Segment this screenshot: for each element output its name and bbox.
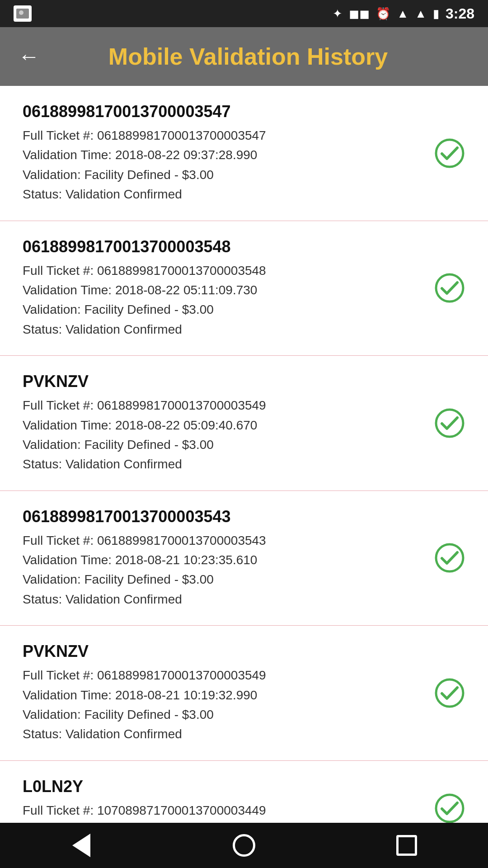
validation-status-icon xyxy=(434,407,465,439)
svg-point-2 xyxy=(436,410,463,437)
item-detail: Full Ticket #: 061889981700013700003547V… xyxy=(23,126,425,204)
list-item[interactable]: PVKNZV Full Ticket #: 061889981700013700… xyxy=(0,356,488,491)
battery-icon: ▮ xyxy=(433,7,439,21)
vibrate-icon: ◼◼ xyxy=(349,6,370,21)
item-title: 06188998170013700003548 xyxy=(23,237,425,256)
list-item[interactable]: L0LN2Y Full Ticket #: 107089871700013700… xyxy=(0,761,488,823)
validation-status-icon xyxy=(434,793,465,823)
svg-point-5 xyxy=(436,795,463,822)
svg-point-1 xyxy=(436,274,463,302)
svg-point-0 xyxy=(436,140,463,167)
item-title: PVKNZV xyxy=(23,642,425,661)
page-title: Mobile Validation History xyxy=(53,43,470,70)
status-bar-left xyxy=(14,5,32,22)
validation-status-icon xyxy=(434,137,465,169)
list-item-info: PVKNZV Full Ticket #: 061889981700013700… xyxy=(23,372,425,474)
validation-status-icon xyxy=(434,542,465,574)
svg-point-3 xyxy=(436,544,463,571)
bluetooth-icon: ✦ xyxy=(333,7,343,21)
app-header: ← Mobile Validation History xyxy=(0,27,488,86)
bottom-navigation xyxy=(0,823,488,868)
status-bar: ✦ ◼◼ ⏰ ▲ ▲ ▮ 3:28 xyxy=(0,0,488,27)
list-item[interactable]: 06188998170013700003548 Full Ticket #: 0… xyxy=(0,221,488,356)
home-circle-icon xyxy=(233,834,255,857)
wifi-icon: ▲ xyxy=(397,7,408,21)
validation-status-icon xyxy=(434,677,465,709)
item-detail: Full Ticket #: 061889981700013700003549V… xyxy=(23,396,425,474)
alarm-icon: ⏰ xyxy=(376,7,390,21)
nav-recents-button[interactable] xyxy=(389,827,425,863)
list-item[interactable]: 06188998170013700003547 Full Ticket #: 0… xyxy=(0,86,488,221)
validation-status-icon xyxy=(434,272,465,304)
item-detail: Full Ticket #: 061889981700013700003543V… xyxy=(23,531,425,609)
list-item-info: PVKNZV Full Ticket #: 061889981700013700… xyxy=(23,642,425,744)
photo-icon xyxy=(14,5,32,22)
status-bar-right: ✦ ◼◼ ⏰ ▲ ▲ ▮ 3:28 xyxy=(333,5,474,22)
signal-icon: ▲ xyxy=(415,7,427,21)
validation-history-list: 06188998170013700003547 Full Ticket #: 0… xyxy=(0,86,488,823)
status-time: 3:28 xyxy=(446,5,474,22)
list-item[interactable]: 06188998170013700003543 Full Ticket #: 0… xyxy=(0,491,488,626)
recents-square-icon xyxy=(396,835,417,856)
item-title: PVKNZV xyxy=(23,372,425,391)
back-triangle-icon xyxy=(72,834,90,857)
list-item-info: 06188998170013700003548 Full Ticket #: 0… xyxy=(23,237,425,340)
item-title: L0LN2Y xyxy=(23,777,425,796)
list-item-info: 06188998170013700003543 Full Ticket #: 0… xyxy=(23,507,425,609)
item-title: 06188998170013700003547 xyxy=(23,102,425,121)
list-item-info: L0LN2Y Full Ticket #: 107089871700013700… xyxy=(23,777,425,823)
list-item-info: 06188998170013700003547 Full Ticket #: 0… xyxy=(23,102,425,204)
svg-point-4 xyxy=(436,679,463,707)
nav-home-button[interactable] xyxy=(226,827,262,863)
item-title: 06188998170013700003543 xyxy=(23,507,425,526)
list-item[interactable]: PVKNZV Full Ticket #: 061889981700013700… xyxy=(0,626,488,761)
nav-back-button[interactable] xyxy=(63,827,99,863)
item-detail: Full Ticket #: 107089871700013700003449V… xyxy=(23,801,425,823)
item-detail: Full Ticket #: 061889981700013700003549V… xyxy=(23,665,425,744)
back-button[interactable]: ← xyxy=(18,46,40,67)
item-detail: Full Ticket #: 061889981700013700003548V… xyxy=(23,261,425,340)
